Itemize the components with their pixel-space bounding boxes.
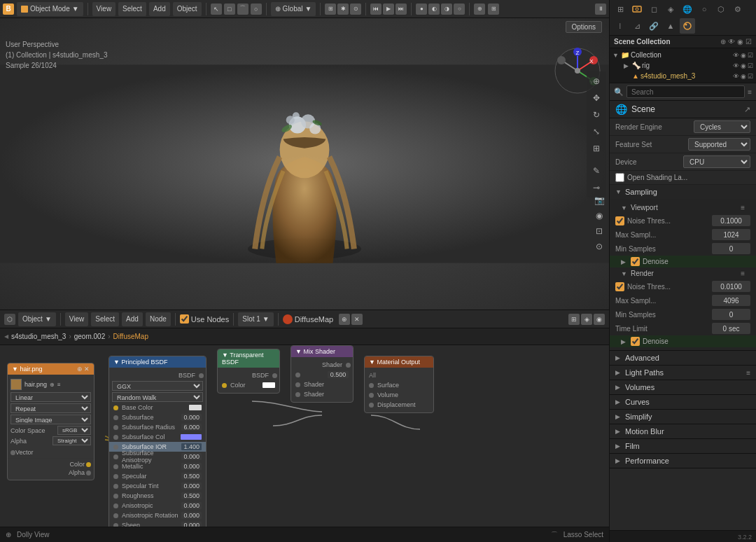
select-menu[interactable]: Select: [118, 2, 146, 16]
box-mode-icon[interactable]: □: [224, 4, 235, 15]
tex-source[interactable]: Single Image: [10, 415, 91, 424]
cursor-icon[interactable]: ⊕: [589, 74, 603, 88]
collection-select-icon[interactable]: ☑: [746, 38, 752, 46]
motion-blur-header[interactable]: ▶ Motion Blur: [610, 424, 756, 438]
noise-threshold-input[interactable]: [712, 215, 750, 226]
subsurface-val[interactable]: 0.000: [181, 414, 202, 421]
viewport-area[interactable]: User Perspective (1) Collection | s4stud…: [0, 18, 609, 310]
tab-modifier[interactable]: ⚙: [730, 1, 746, 17]
light-paths-header[interactable]: ▶ Light Paths ≡: [610, 366, 756, 380]
principled-bsdf-node[interactable]: ▼ Principled BSDF BSDF GGX: [108, 356, 206, 527]
rotate-icon[interactable]: ↻: [589, 108, 603, 122]
collection-filter-icon[interactable]: ⊕: [720, 38, 726, 46]
tex-alpha-dropdown[interactable]: Straight: [52, 436, 91, 445]
bc-item2[interactable]: geom.002: [74, 333, 105, 340]
render-sub-menu[interactable]: ≡: [741, 270, 745, 277]
sampling-section-header[interactable]: ▼ Sampling: [610, 185, 756, 199]
tab-constraints[interactable]: 🔗: [646, 18, 662, 34]
render-min-input[interactable]: [712, 309, 750, 320]
render-engine-dropdown[interactable]: Cycles EEVEE Workbench: [694, 120, 750, 133]
viewport-shading2[interactable]: ◐: [428, 4, 440, 15]
rig-sel[interactable]: ☑: [748, 62, 753, 69]
mix-shader-node[interactable]: ▼ Mix Shader Shader 0.500: [290, 345, 354, 403]
tab-output[interactable]: ◻: [646, 1, 662, 17]
node-node-btn[interactable]: Node: [146, 312, 171, 326]
subior-val[interactable]: 1.400: [181, 443, 202, 450]
collection-camera-icon[interactable]: ◉: [737, 38, 743, 46]
device-dropdown[interactable]: CPU GPU Compute: [683, 155, 750, 168]
subcol-swatch[interactable]: [181, 434, 202, 440]
magnet-icon[interactable]: ✱: [337, 4, 349, 15]
texture-node[interactable]: ▼ hair.png ⊕ ✕ hair.png ⊕ ≡: [7, 363, 94, 480]
cursor-mode-icon[interactable]: ↖: [211, 4, 222, 15]
render-noise-checkbox[interactable]: [615, 282, 624, 291]
tex-options-icon[interactable]: ≡: [57, 382, 61, 388]
max-samples-input[interactable]: [712, 229, 750, 240]
mesh-cam[interactable]: ◉: [741, 73, 746, 80]
bc-item3[interactable]: DiffuseMap: [113, 333, 148, 340]
node-view-icon3[interactable]: ◉: [594, 314, 605, 325]
step-back-icon[interactable]: ⏮: [370, 4, 382, 15]
scene-options-icon[interactable]: ↗: [744, 105, 750, 114]
volumes-header[interactable]: ▶ Volumes: [610, 380, 756, 394]
tab-object-props[interactable]: ⬡: [713, 1, 729, 17]
tex-interpolation[interactable]: LinearClosestCubic: [10, 392, 91, 402]
randwalk-select[interactable]: Random Walk: [112, 392, 203, 402]
add-menu[interactable]: Add: [149, 2, 170, 16]
transparent-bsdf-node[interactable]: ▼ Transparent BSDF BSDF Color: [217, 349, 280, 394]
simplify-header[interactable]: ▶ Simplify: [610, 410, 756, 424]
transform-icon[interactable]: ⊞: [589, 141, 603, 155]
collection-cam1[interactable]: ◉: [741, 52, 746, 59]
render-subsection-header[interactable]: ▼ Render ≡: [610, 267, 756, 279]
viewport-shading1[interactable]: ●: [416, 4, 427, 15]
play-icon[interactable]: ▶: [383, 4, 394, 15]
object-menu[interactable]: Object: [173, 2, 202, 16]
min-samples-input[interactable]: [712, 243, 750, 254]
tab-world[interactable]: ○: [696, 1, 712, 17]
annotate-icon[interactable]: ✎: [589, 164, 603, 178]
noise-threshold-checkbox[interactable]: [615, 216, 624, 225]
light-paths-menu[interactable]: ≡: [746, 369, 750, 377]
node-add-btn[interactable]: Add: [122, 312, 143, 326]
extra-icon2[interactable]: ⊙: [592, 239, 606, 253]
tex-node-btn2[interactable]: ✕: [84, 366, 90, 373]
tab-scene-icon[interactable]: ⊞: [612, 1, 628, 17]
tab-data[interactable]: ▲: [663, 18, 678, 34]
mesh-row[interactable]: ▲ s4studio_mesh_3 👁 ◉ ☑: [610, 71, 756, 81]
basecolor-swatch[interactable]: [189, 405, 202, 410]
select-circle-icon[interactable]: ○: [251, 4, 262, 15]
collection-eye1[interactable]: 👁: [733, 52, 739, 59]
performance-header[interactable]: ▶ Performance: [610, 454, 756, 468]
node-object-dropdown[interactable]: Object ▼: [18, 312, 56, 326]
move-icon[interactable]: ✥: [589, 91, 603, 105]
camera-icon[interactable]: 📷: [592, 193, 606, 207]
rig-cam[interactable]: ◉: [741, 62, 746, 69]
view-menu[interactable]: View: [92, 2, 116, 16]
denoise-viewport-checkbox[interactable]: [631, 257, 640, 266]
mix-fac-val[interactable]: 0.500: [328, 371, 349, 378]
tab-particles[interactable]: ⁞: [612, 18, 628, 34]
feature-set-dropdown[interactable]: Supported Experimental: [688, 138, 750, 151]
pause-icon[interactable]: ⏸: [595, 4, 606, 15]
transform-dropdown[interactable]: ⊕ Global ▼: [271, 2, 316, 16]
subradius-val[interactable]: 6.000: [181, 424, 202, 431]
slot-dropdown[interactable]: Slot 1 ▼: [238, 312, 273, 326]
render-noise-input[interactable]: [712, 281, 750, 292]
search-input[interactable]: [626, 85, 745, 98]
subaniso-val[interactable]: 0.000: [181, 453, 202, 460]
bc-item1[interactable]: s4studio_mesh_3: [11, 333, 66, 340]
node-view-icon2[interactable]: ◈: [581, 314, 592, 325]
mat-icon2[interactable]: ✕: [351, 314, 363, 325]
tex-extension[interactable]: RepeatExtendClip: [10, 403, 91, 413]
tex-node-btn1[interactable]: ⊕: [77, 366, 83, 373]
denoise-render-checkbox[interactable]: [631, 337, 640, 346]
node-view-icon1[interactable]: ⊞: [568, 314, 580, 325]
film-header[interactable]: ▶ Film: [610, 439, 756, 453]
gizmo-icon[interactable]: ⊕: [474, 4, 485, 15]
mesh-eye[interactable]: 👁: [733, 73, 739, 80]
node-select-btn[interactable]: Select: [91, 312, 119, 326]
overlay-icon[interactable]: ⊞: [488, 4, 499, 15]
viewport-shading3[interactable]: ◑: [441, 4, 452, 15]
rig-row[interactable]: ▶ 🦴 rig 👁 ◉ ☑: [610, 60, 756, 71]
viewport-subsection-header[interactable]: ▼ Viewport ≡: [610, 202, 756, 214]
